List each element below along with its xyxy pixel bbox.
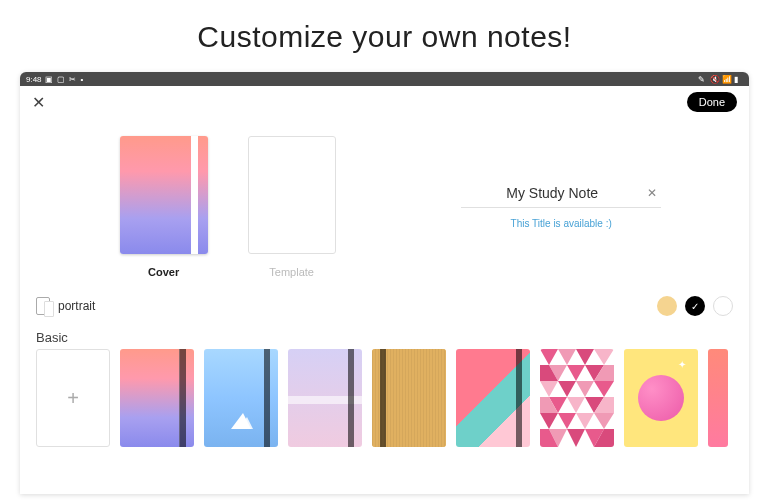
cover-geo-pink-teal[interactable] [456,349,530,447]
covers-row: + [20,349,749,447]
status-bar: 9:48 ▣ ▢ ✂ • ✎ 🔇 📶 ▮ [20,72,749,86]
tab-template-label: Template [269,266,314,278]
cover-coral-slice[interactable] [708,349,728,447]
app-header: ✕ Done [20,86,749,118]
cover-triangles-pink[interactable] [540,349,614,447]
swatch-black-selected[interactable]: ✓ [685,296,705,316]
svg-marker-11 [576,381,594,397]
svg-marker-12 [594,381,614,397]
screenshot-icon: ▣ [45,75,54,84]
cover-wood[interactable] [372,349,446,447]
device-frame: 9:48 ▣ ▢ ✂ • ✎ 🔇 📶 ▮ ✕ Done Cover Templa… [20,72,749,494]
main-row: Cover Template ✕ This Title is available… [20,118,749,286]
cover-add[interactable]: + [36,349,110,447]
done-button[interactable]: Done [687,92,737,112]
tab-template[interactable]: Template [248,136,336,278]
title-field-row: ✕ [461,185,661,208]
swatch-tan[interactable] [657,296,677,316]
swatch-white[interactable] [713,296,733,316]
svg-marker-1 [558,349,576,365]
template-preview-thumb [248,136,336,254]
section-basic-label: Basic [20,322,749,349]
svg-marker-10 [558,381,576,397]
cover-gradient-pink-blue[interactable] [120,349,194,447]
tab-cover-label: Cover [148,266,179,278]
cover-sky-mountain[interactable] [204,349,278,447]
status-time: 9:48 [26,75,42,84]
close-icon[interactable]: ✕ [32,93,45,112]
binding-color-swatches: ✓ [657,296,733,316]
page-heading: Customize your own notes! [0,20,769,54]
clear-title-icon[interactable]: ✕ [643,186,661,200]
title-availability-hint: This Title is available :) [511,218,612,229]
status-dot: • [81,75,84,84]
svg-marker-9 [540,381,558,397]
svg-marker-23 [567,429,585,447]
image-icon: ▢ [57,75,66,84]
svg-marker-2 [576,349,594,365]
pen-icon: ✎ [698,75,707,84]
svg-marker-5 [567,365,585,381]
svg-marker-18 [540,413,558,429]
title-panel: ✕ This Title is available :) [419,136,733,278]
svg-marker-0 [540,349,558,365]
tab-cover[interactable]: Cover [120,136,208,278]
mute-icon: 🔇 [710,75,719,84]
svg-marker-21 [594,413,614,429]
svg-marker-19 [558,413,576,429]
svg-marker-14 [567,397,585,413]
svg-marker-3 [594,349,614,365]
note-title-input[interactable] [461,185,643,201]
cover-pastel-split[interactable] [288,349,362,447]
battery-icon: ▮ [734,75,743,84]
cover-planet-yellow[interactable]: ✦ [624,349,698,447]
orientation-label: portrait [58,299,95,313]
cover-preview-thumb [120,136,208,254]
wifi-icon: 📶 [722,75,731,84]
preview-tabs: Cover Template [36,136,419,278]
orientation-toggle[interactable]: portrait [36,297,95,315]
svg-marker-20 [576,413,594,429]
options-row: portrait ✓ [20,286,749,322]
scissors-icon: ✂ [69,75,78,84]
portrait-icon [36,297,50,315]
